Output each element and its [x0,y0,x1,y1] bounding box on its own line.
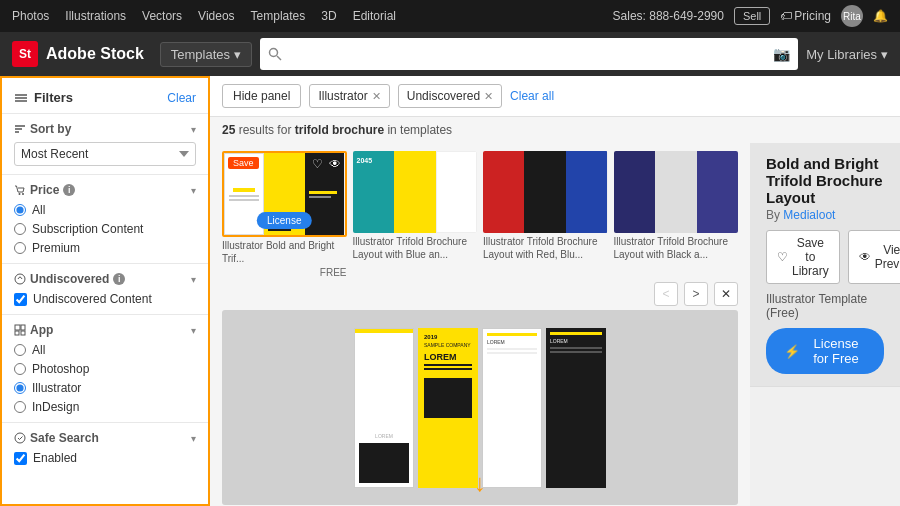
sort-section-header[interactable]: Sort by ▾ [14,122,196,136]
big-preview-panel[interactable]: LOREM 2019 SAMPLE COMPANY LOREM [222,310,738,505]
pagination-row: < > ✕ [222,278,738,310]
list-item[interactable]: Illustrator Trifold Brochure Layout with… [483,151,608,278]
sidebar: Filters Clear Sort by ▾ Most Recent Most… [0,76,210,506]
sidebar-header-title: Filters [14,90,73,105]
app-photoshop-option[interactable]: Photoshop [14,362,196,376]
view-preview-button[interactable]: 👁 View Preview [848,230,900,284]
thumb-label-3: Illustrator Trifold Brochure Layout with… [483,233,608,263]
undiscovered-content-checkbox[interactable]: Undiscovered Content [14,292,196,306]
nav-videos[interactable]: Videos [198,9,234,23]
content-area: Hide panel Illustrator ✕ Undiscovered ✕ … [210,76,900,506]
thumb-label-1: Illustrator Bold and Bright Trif... [222,237,347,267]
eye-icon: 👁 [859,250,871,264]
svg-point-9 [22,193,24,195]
price-section: Price i ▾ All Subscription Content Premi… [2,175,208,263]
undiscovered-section: Undiscovered i ▾ Undiscovered Content [2,264,208,314]
price-premium-option[interactable]: Premium [14,241,196,255]
thumb-item-4[interactable] [614,151,739,233]
arrow-down-icon: ↓ [474,469,486,497]
nav-vectors[interactable]: Vectors [142,9,182,23]
sell-button[interactable]: Sell [734,7,770,25]
thumb-item-1[interactable]: Save ♡ 👁 License [222,151,347,237]
logo-box: St [12,41,38,67]
safe-search-header[interactable]: Safe Search ▾ [14,431,196,445]
bell-icon[interactable]: 🔔 [873,9,888,23]
content-body: Save ♡ 👁 License Illustrator Bold and Br… [210,143,900,506]
app-all-option[interactable]: All [14,343,196,357]
filters-icon [14,91,28,105]
sort-chevron-icon: ▾ [191,124,196,135]
sales-phone: Sales: 888-649-2990 [613,9,724,23]
price-chevron-icon: ▾ [191,185,196,196]
camera-icon[interactable]: 📷 [773,46,790,62]
app-icon [14,324,26,336]
remove-undiscovered-filter[interactable]: ✕ [484,90,493,103]
grid-area: Save ♡ 👁 License Illustrator Bold and Br… [210,143,750,506]
undiscovered-filter-label: Undiscovered [407,89,480,103]
table-row[interactable]: Save ♡ 👁 License Illustrator Bold and Br… [222,151,347,278]
nav-illustrations[interactable]: Illustrations [65,9,126,23]
license-for-free-button[interactable]: ⚡ License for Free [766,328,884,374]
avatar[interactable]: Rita [841,5,863,27]
hide-panel-button[interactable]: Hide panel [222,84,301,108]
svg-line-1 [277,56,281,60]
heart-icon[interactable]: ♡ [312,157,323,171]
app-section-header[interactable]: App ▾ [14,323,196,337]
my-libraries[interactable]: My Libraries ▾ [806,47,888,62]
list-item[interactable]: Illustrator Trifold Brochure Layout with… [614,151,739,278]
safe-search-enabled-checkbox[interactable]: Enabled [14,451,196,465]
undiscovered-header[interactable]: Undiscovered i ▾ [14,272,196,286]
results-count-text: 25 results for trifold brochure in templ… [222,123,452,137]
results-info: 25 results for trifold brochure in templ… [210,117,900,143]
prev-page-button[interactable]: < [654,282,678,306]
templates-dropdown[interactable]: Templates ▾ [160,42,252,67]
search-icon [268,47,282,61]
undiscovered-icon [14,273,26,285]
next-page-button[interactable]: > [684,282,708,306]
price-section-header[interactable]: Price i ▾ [14,183,196,197]
svg-rect-14 [21,331,25,335]
my-libraries-chevron-icon: ▾ [881,47,888,62]
search-input[interactable]: trifold brochure [288,47,767,62]
nav-templates[interactable]: Templates [251,9,306,23]
close-preview-button[interactable]: ✕ [714,282,738,306]
price-subscription-option[interactable]: Subscription Content [14,222,196,236]
save-badge: Save [228,157,259,169]
eye-icon[interactable]: 👁 [329,157,341,171]
price-info-icon: i [63,184,75,196]
save-to-library-button[interactable]: ♡ Save to Library [766,230,840,284]
license-button-thumb[interactable]: License [257,212,311,229]
nav-photos[interactable]: Photos [12,9,49,23]
detail-title: Bold and Bright Trifold Brochure Layout [766,155,884,206]
undiscovered-label: Undiscovered i [14,272,125,286]
sort-icon [14,123,26,135]
remove-illustrator-filter[interactable]: ✕ [372,90,381,103]
brand-name: Adobe Stock [46,45,144,63]
svg-rect-11 [15,325,20,330]
thumb-label-4: Illustrator Trifold Brochure Layout with… [614,233,739,263]
clear-filters-link[interactable]: Clear [167,91,196,105]
pricing-link[interactable]: 🏷 Pricing [780,9,831,23]
main: Filters Clear Sort by ▾ Most Recent Most… [0,76,900,506]
app-indesign-option[interactable]: InDesign [14,400,196,414]
svg-rect-12 [21,325,25,330]
svg-point-15 [15,433,25,443]
app-chevron-icon: ▾ [191,325,196,336]
sort-select[interactable]: Most Recent Most Relevant Undiscovered [14,142,196,166]
svg-point-0 [270,49,278,57]
nav-3d[interactable]: 3D [321,9,336,23]
nav-editorial[interactable]: Editorial [353,9,396,23]
sort-section: Sort by ▾ Most Recent Most Relevant Undi… [2,114,208,174]
thumb-item-3[interactable] [483,151,608,233]
my-libraries-label: My Libraries [806,47,877,62]
undiscovered-info-icon: i [113,273,125,285]
detail-author: By Medialoot [766,208,884,222]
list-item[interactable]: 2045 Illustrator Trifold Brochure Layout… [353,151,478,278]
thumb-item-2[interactable]: 2045 [353,151,478,233]
author-link[interactable]: Medialoot [783,208,835,222]
clear-all-button[interactable]: Clear all [510,89,554,103]
filters-title: Filters [34,90,73,105]
price-all-option[interactable]: All [14,203,196,217]
app-illustrator-option[interactable]: Illustrator [14,381,196,395]
app-section: App ▾ All Photoshop Illustrator InDesign [2,315,208,422]
